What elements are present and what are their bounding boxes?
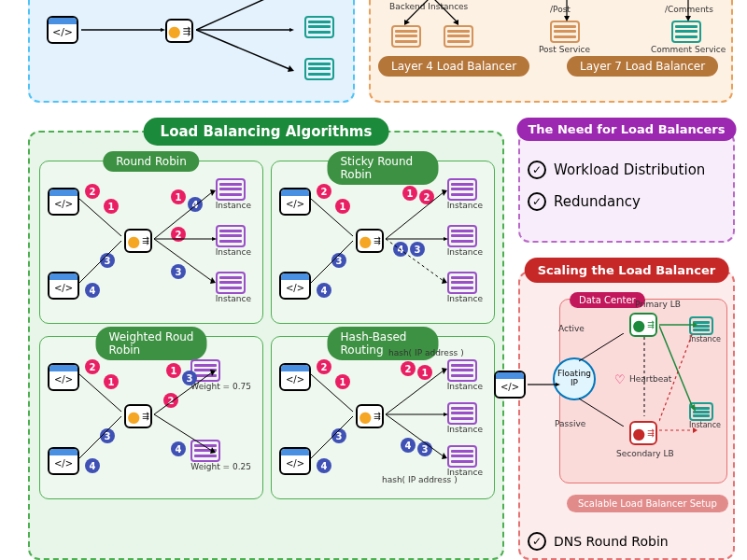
hash-label: hash( IP address )	[388, 348, 464, 357]
server-icon	[447, 272, 477, 294]
svg-line-2	[196, 0, 289, 30]
secondary-label: Secondary LB	[616, 449, 674, 458]
weight-label: Weight = 0.75	[190, 382, 251, 391]
num-icon: 1	[171, 189, 186, 204]
client-icon: </>	[279, 447, 311, 475]
num-icon: 4	[85, 458, 100, 473]
num-icon: 1	[104, 199, 119, 214]
svg-line-24	[386, 192, 444, 239]
svg-line-6	[196, 30, 289, 69]
num-icon: 3	[182, 371, 197, 385]
instance-label: Instance	[447, 294, 483, 303]
instance-label: Instance	[447, 201, 483, 210]
lb-icon: ●⇶	[165, 19, 193, 43]
lb-icon: ●⇶	[124, 404, 152, 428]
server-icon	[216, 225, 246, 247]
need-title: The Need for Load Balancers	[517, 118, 737, 141]
round-robin-title: Round Robin	[103, 151, 199, 172]
post-service-label: Post Service	[539, 45, 590, 54]
server-icon	[550, 21, 580, 43]
layer-panel: ●⇶ Backend Instances Layer 4 Load Balanc…	[369, 0, 733, 103]
comment-service-label: Comment Service	[651, 45, 726, 54]
setup-badge: Scalable Load Balancer Setup	[567, 495, 728, 512]
num-icon: 1	[417, 365, 432, 380]
num-icon: 1	[402, 186, 417, 201]
num-icon: 4	[85, 283, 100, 298]
instance-label: Instance	[447, 425, 483, 434]
server-icon	[689, 402, 713, 421]
num-icon: 3	[171, 264, 186, 279]
svg-line-38	[386, 371, 444, 414]
num-icon: 2	[317, 359, 331, 374]
weighted-title: Weighted Roud Robin	[96, 327, 207, 360]
server-icon	[444, 25, 473, 48]
round-robin-panel: Round Robin </> </> ●⇶ Instance Instance…	[39, 161, 263, 324]
secondary-lb-icon: ●⇶	[629, 421, 657, 445]
passive-label: Passive	[555, 419, 585, 428]
client-icon: </>	[47, 16, 78, 44]
need-item: Workload Distribution	[554, 161, 705, 178]
scaling-inner: Data Center Primary LB ●⇶ Active Floatin…	[559, 299, 727, 483]
layer7-badge: Layer 7 Load Balancer	[567, 56, 718, 77]
check-icon: ✓	[528, 161, 546, 179]
backend-label: Backend Instances	[389, 2, 468, 11]
svg-marker-5	[289, 28, 294, 32]
basic-lb-panel: </> ●⇶	[28, 0, 355, 103]
heart-icon: ♡	[614, 372, 626, 386]
client-icon: </>	[48, 188, 79, 216]
client-icon: </>	[48, 447, 79, 475]
layer4-badge: Layer 4 Load Balancer	[378, 56, 529, 77]
svg-line-49	[659, 326, 693, 408]
server-icon	[671, 21, 701, 43]
client-icon: </>	[494, 371, 526, 399]
server-icon	[216, 178, 246, 201]
lb-icon: ●⇶	[356, 404, 384, 428]
num-icon: 1	[335, 374, 350, 389]
num-icon: 2	[419, 189, 434, 204]
comments-label: /Comments	[665, 5, 713, 14]
server-icon	[447, 402, 477, 425]
num-icon: 3	[417, 441, 432, 456]
need-item: Redundancy	[554, 193, 641, 210]
scaling-panel: Scaling the Load Balancer Data Center Pr…	[518, 271, 735, 560]
num-icon: 3	[331, 253, 346, 268]
active-label: Active	[558, 324, 585, 333]
dns-item: DNS Round Robin	[554, 534, 669, 549]
need-panel: The Need for Load Balancers ✓Workload Di…	[518, 131, 735, 243]
num-icon: 2	[85, 184, 100, 199]
svg-line-44	[579, 333, 624, 361]
primary-lb-icon: ●⇶	[629, 313, 657, 337]
num-icon: 1	[166, 363, 181, 378]
server-icon	[304, 58, 334, 80]
algorithms-title: Load Balancing Algorithms	[144, 118, 389, 146]
hash-label: hash( IP address )	[382, 475, 458, 484]
weighted-panel: Weighted Roud Robin </> </> ●⇶ Weight = …	[39, 336, 263, 499]
instance-label: Instance	[216, 247, 251, 257]
lb-icon: ●⇶	[356, 229, 384, 253]
server-icon	[447, 225, 477, 247]
sticky-panel: Sticky Round Robin </> </> ●⇶ Instance I…	[271, 161, 495, 324]
num-icon: 2	[163, 393, 178, 408]
server-icon	[447, 445, 477, 468]
num-icon: 3	[410, 242, 425, 257]
server-icon	[304, 16, 334, 38]
svg-marker-7	[288, 65, 294, 72]
hash-panel: Hash-Based Routing hash( IP address ) </…	[271, 336, 495, 499]
client-icon: </>	[279, 363, 311, 391]
floating-ip-icon: Floating IP	[553, 357, 596, 400]
num-icon: 4	[171, 441, 186, 456]
instance-label: Instance	[216, 201, 251, 210]
check-icon: ✓	[528, 192, 546, 211]
post-label: /Post	[550, 5, 571, 14]
instance-label: Instance	[447, 382, 483, 391]
server-icon	[689, 316, 713, 335]
server-icon	[447, 359, 477, 382]
num-icon: 2	[171, 227, 186, 242]
instance-label: Instance	[689, 421, 721, 429]
primary-label: Primary LB	[635, 300, 681, 309]
num-icon: 3	[100, 253, 115, 268]
num-icon: 2	[401, 361, 416, 376]
server-icon	[216, 272, 246, 294]
instance-label: Instance	[447, 247, 483, 257]
client-icon: </>	[48, 363, 79, 391]
